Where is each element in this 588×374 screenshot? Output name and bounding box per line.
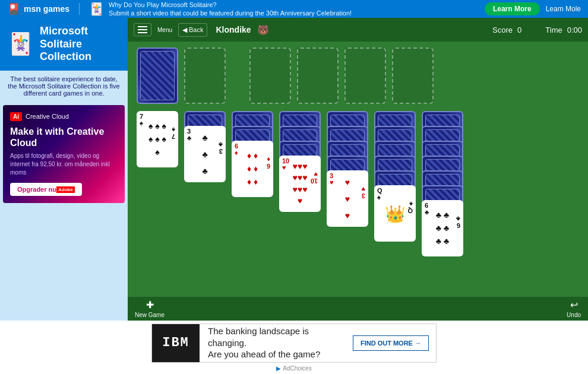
tableau-col-4: 10♥ ♥♥♥♥♥♥♥♥♥ ♥ 10♥: [279, 111, 321, 256]
menu-button[interactable]: [134, 23, 151, 36]
undo-label: Undo: [567, 312, 581, 318]
card-6-clubs[interactable]: 6♣ ♣ ♣♣ ♣♣ ♣ 6♣: [422, 200, 463, 256]
tableau-col-6: Q♠ 👑 Q♠: [374, 111, 416, 256]
card-7-spades[interactable]: 7♠ ♠ ♠ ♠♠ ♠ ♠ ♠ 7♠: [137, 111, 178, 167]
card-3-clubs[interactable]: 3♣ ♣♣♣ 3♣: [184, 126, 226, 182]
ad-button-label: Opgrader nu: [17, 186, 56, 193]
game-area: Menu ◀ Back Klondike 🐻 Score 0 Time 0:00: [128, 18, 588, 321]
ibm-headline-line1: The banking landscape is changing.: [208, 325, 344, 348]
new-game-label: New Game: [135, 312, 165, 318]
card-q-spades[interactable]: Q♠ 👑 Q♠: [374, 185, 416, 242]
card-rank-top: Q♠: [377, 188, 413, 201]
undo-icon: ↩: [570, 299, 578, 310]
back-label: Back: [189, 26, 203, 33]
card-3-hearts[interactable]: 3♥ ♥♥♥ 3♥: [327, 170, 368, 227]
foundation-2: [297, 47, 339, 104]
menu-line2: [138, 29, 147, 30]
sidebar-cards-icon: 🃏: [7, 31, 34, 56]
card-rank-bottom: Q♠: [377, 201, 413, 214]
game-title: Klondike: [216, 25, 251, 34]
game-bottom: ✚ New Game ↩ Undo: [128, 297, 588, 321]
msn-logo-icon: 🎴: [7, 2, 20, 15]
foundation-3: [344, 47, 386, 104]
ibm-banner: IBM The banking landscape is changing. A…: [151, 324, 437, 363]
new-game-button[interactable]: ✚ New Game: [135, 299, 165, 318]
waste-pile: [184, 47, 226, 104]
adobe-icon: Ai: [10, 112, 22, 121]
learn-more-button[interactable]: Learn More: [485, 2, 540, 15]
foundation-1: [249, 47, 291, 104]
tableau-col-2: 3♣ ♣♣♣ 3♣: [184, 111, 226, 256]
card-rank-bottom: 7♠: [140, 126, 175, 140]
back-arrow-icon: ◀: [182, 26, 187, 34]
top-banner: 🎴 msn games 🃏 Why Do You Play Microsoft …: [0, 0, 588, 18]
stock-pile[interactable]: [137, 47, 178, 104]
bottom-ad: IBM The banking landscape is changing. A…: [0, 321, 588, 374]
card-rank-bottom: 6♦: [235, 156, 270, 169]
ibm-logo: IBM: [152, 324, 200, 362]
top-row: [137, 47, 579, 104]
score-value: 0: [517, 26, 521, 34]
col6-stack: Q♠ 👑 Q♠: [374, 111, 416, 242]
menu-line3: [138, 32, 147, 33]
main-layout: 🃏 MicrosoftSolitaireCollection The best …: [0, 18, 588, 321]
foundation-4: [392, 47, 434, 104]
sidebar-header: 🃏 MicrosoftSolitaireCollection: [0, 18, 128, 71]
sidebar-description: The best solitaire experience to date, t…: [0, 71, 128, 102]
new-game-icon: ✚: [146, 299, 154, 310]
tableau: 7♠ ♠ ♠ ♠♠ ♠ ♠ ♠ 7♠ 3♣ ♣♣♣ 3♣: [137, 111, 579, 256]
ad-headline: Make it with Creative Cloud: [10, 126, 118, 148]
time-label: Time: [545, 26, 562, 34]
adobe-logo: Ai Creative Cloud: [10, 112, 118, 121]
menu-line1: [138, 26, 147, 27]
ibm-cta-button[interactable]: FIND OUT MORE →: [353, 335, 429, 351]
left-sidebar: 🃏 MicrosoftSolitaireCollection The best …: [0, 18, 128, 321]
score-area: Score 0: [492, 26, 521, 34]
msn-logo: 🎴 msn games: [7, 2, 69, 15]
col5-stack: 3♥ ♥♥♥ 3♥: [327, 111, 368, 227]
site-name: msn games: [24, 4, 69, 14]
tableau-col-3: 6♦ ♦ ♦♦ ♦♦ ♦ 6♦: [232, 111, 273, 256]
adchoices-icon: ▶: [276, 365, 281, 372]
ibm-text: IBM: [162, 335, 189, 350]
adobe-logo-small: Adobe: [56, 186, 75, 193]
banner-left: 🎴 msn games 🃏 Why Do You Play Microsoft …: [7, 1, 352, 18]
user-name: Leam Mole: [546, 5, 581, 13]
promo-text: Why Do You Play Microsoft Solitaire? Sub…: [109, 1, 352, 18]
promo-line2: Submit a short video that could be featu…: [109, 9, 352, 17]
sidebar-title-text: MicrosoftSolitaireCollection: [40, 25, 91, 64]
col7-stack: 6♣ ♣ ♣♣ ♣♣ ♣ 6♣: [422, 111, 463, 256]
card-rank-bottom: 6♣: [425, 215, 460, 229]
bear-icon: 🐻: [257, 24, 269, 36]
ad-cta-button[interactable]: Opgrader nu Adobe: [10, 183, 82, 196]
tableau-col-5: 3♥ ♥♥♥ 3♥: [327, 111, 368, 256]
adobe-cc-label: Creative Cloud: [26, 113, 69, 120]
ad-subtext: Apps til fotografi, design, video og int…: [10, 152, 118, 177]
col4-stack: 10♥ ♥♥♥♥♥♥♥♥♥ ♥ 10♥: [279, 111, 321, 212]
ibm-headline-line2: Are you ahead of the game?: [208, 348, 344, 360]
ibm-headline: The banking landscape is changing. Are y…: [200, 325, 353, 360]
promo-line1: Why Do You Play Microsoft Solitaire?: [109, 1, 352, 9]
tableau-col-1: 7♠ ♠ ♠ ♠♠ ♠ ♠ ♠ 7♠: [137, 111, 178, 256]
adchoices: ▶ AdChoices: [276, 365, 311, 372]
score-label: Score: [492, 26, 513, 34]
sidebar-title: MicrosoftSolitaireCollection: [40, 25, 91, 64]
card-rank-bottom: 3♥: [330, 186, 365, 199]
card-rank-bottom: 10♥: [282, 171, 318, 184]
undo-button[interactable]: ↩ Undo: [567, 299, 581, 318]
card-table: 7♠ ♠ ♠ ♠♠ ♠ ♠ ♠ 7♠ 3♣ ♣♣♣ 3♣: [128, 42, 588, 297]
card-6-diamonds[interactable]: 6♦ ♦ ♦♦ ♦♦ ♦ 6♦: [232, 141, 273, 197]
tableau-col-7: 6♣ ♣ ♣♣ ♣♣ ♣ 6♣: [422, 111, 463, 256]
game-toolbar: Menu ◀ Back Klondike 🐻 Score 0 Time 0:00: [128, 18, 588, 42]
adchoices-text: AdChoices: [283, 365, 311, 372]
card-10-hearts[interactable]: 10♥ ♥♥♥♥♥♥♥♥♥ ♥ 10♥: [279, 156, 321, 212]
time-area: Time 0:00: [545, 26, 582, 34]
time-value: 0:00: [567, 26, 582, 34]
col3-stack: 6♦ ♦ ♦♦ ♦♦ ♦ 6♦: [232, 111, 273, 197]
ad-panel: Ai Creative Cloud Make it with Creative …: [3, 105, 125, 203]
menu-label: Menu: [157, 27, 172, 33]
back-button[interactable]: ◀ Back: [178, 23, 207, 37]
card-rank-bottom: 3♣: [187, 141, 223, 154]
promo-cards-icon: 🃏: [89, 2, 104, 16]
col2-stack: 3♣ ♣♣♣ 3♣: [184, 111, 226, 182]
